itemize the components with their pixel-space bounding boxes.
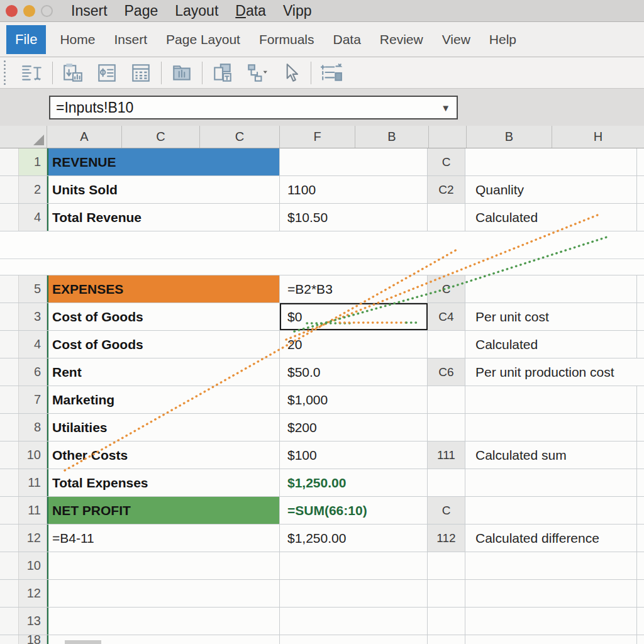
cell-label[interactable]: EXPENSES	[47, 275, 280, 303]
column-header-A[interactable]: A	[47, 126, 122, 148]
row-header-10[interactable]: 10	[19, 441, 47, 469]
cell-label[interactable]: Total Revenue	[47, 204, 280, 231]
tab-formuals[interactable]: Formuals	[259, 32, 314, 47]
cell-tag[interactable]: 112	[428, 525, 465, 552]
cell-h-column[interactable]	[637, 204, 644, 231]
cell-note[interactable]	[465, 608, 637, 635]
cell-h-column[interactable]	[637, 580, 644, 607]
cell-tag[interactable]: C2	[428, 176, 465, 203]
cell-value[interactable]: 20	[280, 331, 428, 358]
cell-note[interactable]	[465, 414, 637, 441]
column-header-H[interactable]: H	[552, 126, 644, 148]
cell-note[interactable]	[465, 497, 637, 524]
cell-tag[interactable]	[428, 635, 465, 644]
cell-h-column[interactable]	[637, 176, 644, 203]
cell-tag[interactable]	[428, 331, 465, 358]
cell-label[interactable]: Cost of Goods	[47, 331, 280, 358]
menu-item-insert[interactable]: Insert	[71, 3, 108, 19]
cell-h-column[interactable]	[637, 358, 644, 386]
cell-note[interactable]	[465, 148, 637, 175]
column-header-B[interactable]: B	[467, 126, 552, 148]
cell-note[interactable]	[465, 635, 637, 644]
row-header-18[interactable]: 18	[19, 635, 47, 644]
cell-label[interactable]	[47, 608, 280, 635]
cell-label[interactable]: Other Costs	[47, 441, 280, 469]
cell-note[interactable]	[465, 552, 637, 579]
tab-file[interactable]: File	[6, 25, 46, 54]
cell-label[interactable]: Marketing	[47, 386, 280, 413]
tab-data[interactable]: Data	[333, 32, 360, 47]
cell-h-column[interactable]	[637, 635, 644, 644]
column-header-blank[interactable]	[429, 126, 467, 148]
table-numbers-icon[interactable]	[128, 61, 153, 85]
cell-value[interactable]: $1,250.00	[280, 525, 428, 552]
close-window-icon[interactable]	[6, 5, 18, 17]
minimize-window-icon[interactable]	[23, 5, 35, 17]
row-header-13[interactable]: 13	[19, 608, 47, 635]
cell-note[interactable]: Calculated	[465, 331, 637, 358]
cell-value[interactable]: =SUM(66:10)	[280, 497, 428, 524]
tab-review[interactable]: Review	[380, 32, 423, 47]
cell-value[interactable]: $200	[280, 414, 428, 441]
cell-h-column[interactable]	[637, 303, 644, 330]
cell-note[interactable]: Calculated sum	[465, 441, 637, 469]
cell-value[interactable]	[280, 635, 428, 644]
cell-label[interactable]	[47, 580, 280, 607]
cell-value[interactable]	[280, 552, 428, 579]
cell-value[interactable]: $100	[280, 441, 428, 469]
cell-h-column[interactable]	[637, 497, 644, 524]
cell-value[interactable]: $10.50	[280, 204, 428, 231]
cell-tag[interactable]	[428, 469, 465, 496]
cell-label[interactable]: Units Sold	[47, 176, 280, 203]
document-list-icon[interactable]	[94, 61, 119, 85]
cell-label[interactable]	[47, 552, 280, 579]
cell-h-column[interactable]	[637, 275, 644, 303]
cell-tag[interactable]	[428, 414, 465, 441]
menu-item-vipp[interactable]: Vipp	[283, 3, 312, 19]
cell-note[interactable]: Calculated	[465, 204, 637, 231]
cell-tag[interactable]	[428, 204, 465, 231]
formula-dropdown-icon[interactable]: ▼	[441, 103, 450, 113]
cell-value[interactable]	[280, 608, 428, 635]
cell-h-column[interactable]	[637, 148, 644, 175]
cell-label[interactable]: Total Expenses	[47, 469, 280, 496]
cell-label[interactable]: Utilaities	[47, 414, 280, 441]
cell-value[interactable]: 1100	[280, 176, 428, 203]
copy-sheets-icon[interactable]	[210, 61, 235, 85]
row-header-12[interactable]: 12	[19, 525, 47, 552]
toolbar-grip-icon[interactable]	[4, 60, 6, 85]
cell-h-column[interactable]	[637, 552, 644, 579]
cell-h-column[interactable]	[637, 525, 644, 552]
column-header-C[interactable]: C	[122, 126, 200, 148]
row-header-3[interactable]: 3	[19, 303, 47, 330]
menu-item-layout[interactable]: Layout	[175, 3, 218, 19]
row-header-1[interactable]: 1	[19, 148, 47, 175]
cell-note[interactable]	[465, 469, 637, 496]
row-header-4[interactable]: 4	[19, 331, 47, 358]
tab-page-layout[interactable]: Page Layout	[166, 32, 240, 47]
cell-label[interactable]: Cost of Goods	[47, 303, 280, 330]
cell-value[interactable]: $1,000	[280, 386, 428, 413]
tab-insert[interactable]: Insert	[114, 32, 147, 47]
row-header-10[interactable]: 10	[19, 552, 47, 579]
folder-symbols-icon[interactable]	[169, 61, 194, 85]
cell-value[interactable]: =B2*B3	[280, 275, 428, 303]
pointer-icon[interactable]	[278, 61, 303, 85]
cell-tag[interactable]: C	[428, 275, 465, 303]
row-header-11[interactable]: 11	[19, 497, 47, 524]
select-all-corner[interactable]	[0, 126, 47, 148]
formula-input[interactable]: =Inputs!B10 ▼	[49, 96, 458, 119]
cell-label[interactable]: =B4-11	[47, 525, 280, 552]
column-header-F[interactable]: F	[280, 126, 355, 148]
cell-note[interactable]: Per unit cost	[465, 303, 637, 330]
cell-h-column[interactable]	[637, 414, 644, 441]
cell-note[interactable]	[465, 580, 637, 607]
cell-value-selected[interactable]: $0	[280, 303, 428, 330]
cell-tag[interactable]	[428, 580, 465, 607]
menu-item-page[interactable]: Page	[125, 3, 158, 19]
cell-tag[interactable]: C	[428, 497, 465, 524]
cell-h-column[interactable]	[637, 331, 644, 358]
cell-tag[interactable]: 111	[428, 441, 465, 469]
tab-home[interactable]: Home	[60, 32, 95, 47]
cell-tag[interactable]: C4	[428, 303, 465, 330]
